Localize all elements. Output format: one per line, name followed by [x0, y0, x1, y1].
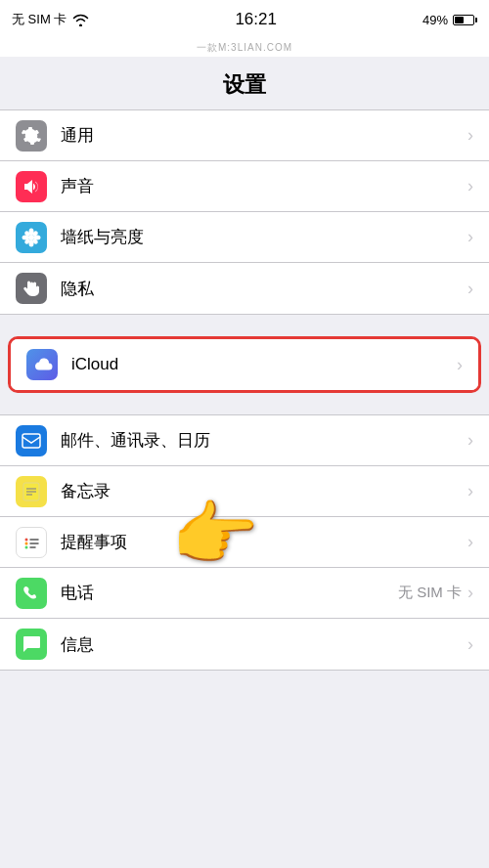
notes-chevron: ›	[467, 481, 473, 501]
mail-icon	[16, 425, 47, 456]
general-label: 通用	[61, 124, 467, 147]
svg-point-15	[25, 542, 28, 544]
messages-label: 信息	[61, 633, 467, 656]
privacy-icon	[16, 273, 47, 304]
reminders-chevron: ›	[467, 532, 473, 552]
sound-icon	[16, 171, 47, 202]
wallpaper-icon	[16, 222, 47, 253]
svg-point-14	[25, 538, 28, 541]
icloud-icon	[26, 349, 58, 380]
notes-row[interactable]: 备忘录 ›	[0, 466, 489, 517]
status-carrier: 无 SIM 卡	[12, 11, 89, 28]
bubble-icon	[22, 635, 41, 653]
wallpaper-chevron: ›	[467, 227, 473, 247]
mail-row[interactable]: 邮件、通讯录、日历 ›	[0, 415, 489, 466]
phone-handset-icon	[22, 585, 40, 602]
svg-point-16	[25, 545, 28, 548]
notepad-icon	[22, 482, 40, 501]
page-title-bar: 设置	[0, 57, 489, 109]
spacer	[0, 393, 489, 414]
reminders-icon	[16, 527, 47, 558]
messages-chevron: ›	[467, 634, 473, 655]
watermark: 一款M:3LIAN.COM	[0, 39, 489, 57]
page-title: 设置	[0, 70, 489, 100]
general-icon	[16, 120, 47, 152]
envelope-icon	[22, 433, 41, 449]
wifi-icon	[72, 14, 89, 26]
apps-section: 邮件、通讯录、日历 › 备忘录 › 提醒事项 ›	[0, 414, 489, 671]
status-right: 49%	[422, 13, 477, 27]
gear-icon	[22, 126, 41, 146]
mail-label: 邮件、通讯录、日历	[61, 429, 467, 452]
phone-label: 电话	[61, 582, 398, 604]
reminders-label: 提醒事项	[61, 531, 467, 553]
general-section: 通用 › 声音 › 墙纸与亮度 ›	[0, 109, 489, 315]
phone-icon	[16, 578, 47, 609]
icloud-label: iCloud	[71, 355, 457, 374]
phone-row[interactable]: 电话 无 SIM 卡 ›	[0, 568, 489, 619]
privacy-row[interactable]: 隐私 ›	[0, 263, 489, 314]
sound-chevron: ›	[467, 176, 473, 196]
privacy-chevron: ›	[467, 279, 473, 299]
flower-icon	[21, 227, 42, 248]
carrier-text: 无 SIM 卡	[12, 11, 67, 28]
status-time: 16:21	[235, 10, 277, 29]
notes-icon	[16, 476, 47, 507]
battery-icon	[453, 15, 477, 25]
list-icon	[22, 533, 41, 552]
battery-percent: 49%	[422, 13, 448, 27]
cloud-icon	[31, 357, 53, 372]
notes-label: 备忘录	[61, 480, 467, 502]
messages-row[interactable]: 信息 ›	[0, 619, 489, 670]
status-bar: 无 SIM 卡 16:21 49%	[0, 0, 489, 39]
svg-rect-9	[22, 434, 40, 448]
sound-label: 声音	[61, 175, 467, 197]
wallpaper-label: 墙纸与亮度	[61, 226, 467, 248]
general-row[interactable]: 通用 ›	[0, 110, 489, 161]
wallpaper-row[interactable]: 墙纸与亮度 ›	[0, 212, 489, 263]
reminders-row[interactable]: 提醒事项 ›	[0, 517, 489, 568]
hand-icon	[22, 279, 41, 298]
icloud-chevron: ›	[457, 355, 463, 375]
privacy-label: 隐私	[61, 278, 467, 300]
icloud-row[interactable]: iCloud ›	[11, 339, 478, 390]
mail-chevron: ›	[467, 430, 473, 451]
icloud-section: iCloud ›	[8, 336, 481, 393]
sound-row[interactable]: 声音 ›	[0, 161, 489, 212]
phone-sublabel: 无 SIM 卡	[398, 584, 462, 602]
messages-icon	[16, 629, 47, 660]
speaker-icon	[22, 177, 41, 196]
general-chevron: ›	[467, 125, 473, 146]
phone-chevron: ›	[467, 583, 473, 603]
